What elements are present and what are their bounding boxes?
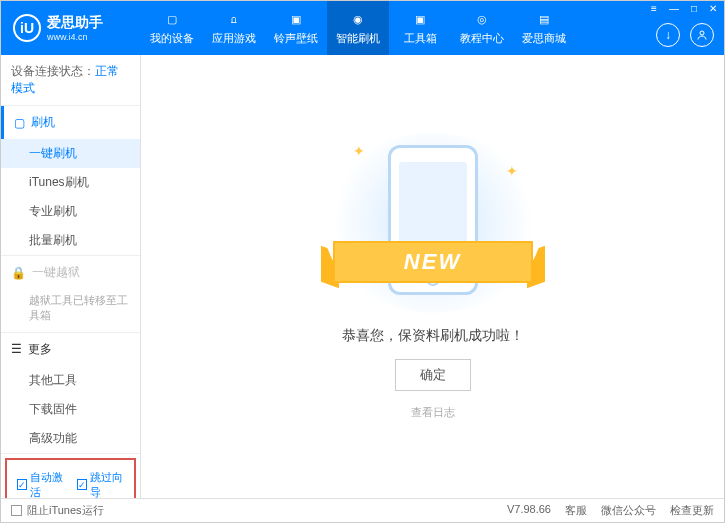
- logo-icon: iU: [13, 14, 41, 42]
- window-controls: ≡ — □ ✕: [648, 3, 720, 14]
- view-log-link[interactable]: 查看日志: [411, 405, 455, 420]
- nav-tutorials[interactable]: ◎教程中心: [451, 1, 513, 55]
- nav-flash[interactable]: ◉智能刷机: [327, 1, 389, 55]
- sidebar-more-header[interactable]: ☰ 更多: [1, 333, 140, 366]
- nav-toolbox[interactable]: ▣工具箱: [389, 1, 451, 55]
- user-button[interactable]: [690, 23, 714, 47]
- checkbox-skip-guide[interactable]: ✓跳过向导: [77, 470, 125, 498]
- nav-apps[interactable]: ⩍应用游戏: [203, 1, 265, 55]
- tutorial-icon: ◎: [473, 10, 491, 28]
- success-illustration: ✦ ✦ · NEW: [323, 133, 543, 313]
- checkbox-block-itunes[interactable]: 阻止iTunes运行: [11, 503, 104, 518]
- maximize-button[interactable]: □: [688, 3, 700, 14]
- footer-wechat[interactable]: 微信公众号: [601, 503, 656, 518]
- main-content: ✦ ✦ · NEW 恭喜您，保资料刷机成功啦！ 确定 查看日志: [141, 55, 724, 498]
- store-icon: ▤: [535, 10, 553, 28]
- apps-icon: ⩍: [225, 10, 243, 28]
- close-button[interactable]: ✕: [706, 3, 720, 14]
- more-icon: ☰: [11, 342, 22, 356]
- success-message: 恭喜您，保资料刷机成功啦！: [342, 327, 524, 345]
- options-row: ✓自动激活 ✓跳过向导: [5, 458, 136, 498]
- connection-status: 设备连接状态：正常模式: [1, 55, 140, 106]
- svg-point-0: [700, 31, 704, 35]
- wallpaper-icon: ▣: [287, 10, 305, 28]
- app-title: 爱思助手: [47, 14, 103, 32]
- app-url: www.i4.cn: [47, 32, 103, 42]
- app-header: iU 爱思助手 www.i4.cn ▢我的设备 ⩍应用游戏 ▣铃声壁纸 ◉智能刷…: [1, 1, 724, 55]
- flash-section-icon: ▢: [14, 116, 25, 130]
- minimize-button[interactable]: —: [666, 3, 682, 14]
- nav-ringtones[interactable]: ▣铃声壁纸: [265, 1, 327, 55]
- footer-service[interactable]: 客服: [565, 503, 587, 518]
- nav-store[interactable]: ▤爱思商城: [513, 1, 575, 55]
- toolbox-icon: ▣: [411, 10, 429, 28]
- sidebar-item-download-firmware[interactable]: 下载固件: [1, 395, 140, 424]
- ok-button[interactable]: 确定: [395, 359, 471, 391]
- version-label: V7.98.66: [507, 503, 551, 518]
- status-bar: 阻止iTunes运行 V7.98.66 客服 微信公众号 检查更新: [1, 498, 724, 522]
- menu-button[interactable]: ≡: [648, 3, 660, 14]
- header-actions: ↓: [656, 23, 714, 47]
- jailbreak-note: 越狱工具已转移至工具箱: [1, 289, 140, 332]
- sidebar-flash-header[interactable]: ▢ 刷机: [1, 106, 140, 139]
- sidebar-item-batch-flash[interactable]: 批量刷机: [1, 226, 140, 255]
- logo-area: iU 爱思助手 www.i4.cn: [1, 14, 141, 42]
- sidebar-item-oneclick-flash[interactable]: 一键刷机: [1, 139, 140, 168]
- checkbox-auto-activate[interactable]: ✓自动激活: [17, 470, 65, 498]
- download-button[interactable]: ↓: [656, 23, 680, 47]
- sidebar-item-other-tools[interactable]: 其他工具: [1, 366, 140, 395]
- new-ribbon: NEW: [333, 241, 533, 283]
- nav-my-device[interactable]: ▢我的设备: [141, 1, 203, 55]
- device-icon: ▢: [163, 10, 181, 28]
- sidebar-jailbreak-header: 🔒 一键越狱: [1, 256, 140, 289]
- sidebar: 设备连接状态：正常模式 ▢ 刷机 一键刷机 iTunes刷机 专业刷机 批量刷机…: [1, 55, 141, 498]
- lock-icon: 🔒: [11, 266, 26, 280]
- sidebar-item-itunes-flash[interactable]: iTunes刷机: [1, 168, 140, 197]
- footer-update[interactable]: 检查更新: [670, 503, 714, 518]
- main-nav: ▢我的设备 ⩍应用游戏 ▣铃声壁纸 ◉智能刷机 ▣工具箱 ◎教程中心 ▤爱思商城: [141, 1, 575, 55]
- sidebar-item-advanced[interactable]: 高级功能: [1, 424, 140, 453]
- flash-icon: ◉: [349, 10, 367, 28]
- sidebar-item-pro-flash[interactable]: 专业刷机: [1, 197, 140, 226]
